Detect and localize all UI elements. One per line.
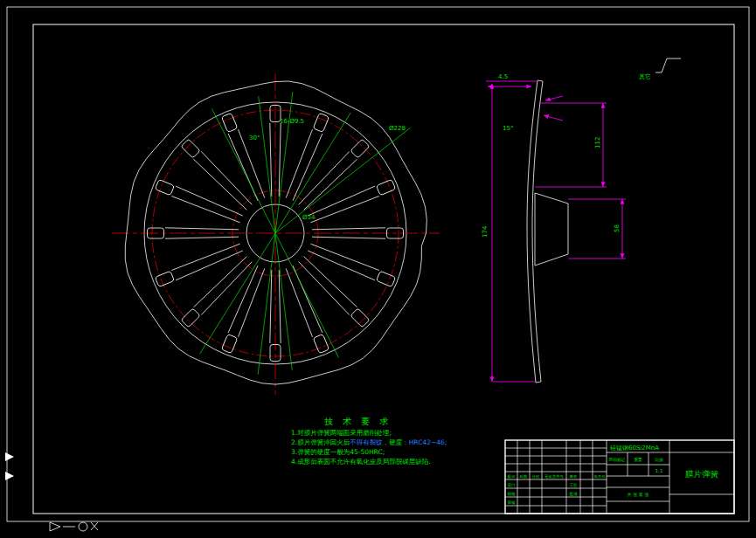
spoke-edge	[299, 262, 350, 315]
rev-header: 签名	[570, 474, 578, 479]
leader-arrow	[545, 96, 563, 100]
dimension-text: 112	[594, 137, 601, 148]
spoke-edge	[165, 228, 239, 230]
finger-window	[221, 335, 237, 354]
spoke-edge	[171, 244, 239, 270]
spoke-edge	[310, 244, 378, 270]
side-dimension-labels: 4.517415°11258	[482, 73, 621, 238]
rev-header: 标记	[508, 474, 516, 479]
spoke-edge	[312, 228, 385, 230]
spoke-edge	[194, 159, 247, 210]
sign-row-label: 校核	[507, 492, 516, 496]
scale-label: 比例	[655, 458, 663, 463]
weight-label: 重量	[634, 457, 642, 462]
finger-window	[350, 139, 370, 158]
tech-text: 4.成形后表面不允许有氧化皮及局部脱碳层缺陷.	[291, 458, 431, 466]
spoke-edge	[308, 186, 375, 216]
rev-header: 处数	[520, 474, 528, 479]
spoke-edge	[279, 270, 281, 343]
tech-requirements: 技 术 要 求 1.对膜片弹簧两端面采用磨削处理; 2.膜片弹簧淬回火后不得有裂…	[291, 417, 492, 466]
roughness-check-icon	[655, 59, 681, 72]
spoke-edge	[293, 134, 323, 201]
other-roughness-label: 其它	[639, 73, 651, 80]
finger-window	[313, 335, 329, 354]
spoke-edge	[270, 270, 272, 343]
tech-text: 3.弹簧的硬度一般为45-50HRC;	[291, 448, 385, 456]
dimension-text: Ø34	[302, 214, 316, 221]
spoke-edge	[165, 237, 239, 238]
spoke-edge	[176, 186, 243, 216]
dimension-text: 4.5	[498, 73, 508, 80]
rev-header: 年月日	[593, 474, 605, 479]
edge-arrow-icon	[5, 452, 14, 461]
finger-window	[155, 179, 174, 195]
front-dimension-labels: 16-Ø9.530°Ø34Ø228	[249, 118, 406, 221]
spoke-edge	[176, 251, 243, 280]
tech-title: 技 术 要 求	[324, 417, 492, 426]
tech-line: 4.成形后表面不允许有氧化皮及局部脱碳层缺陷.	[291, 457, 492, 466]
finger-window	[377, 271, 396, 286]
spoke-edge	[270, 123, 272, 197]
dimension-text: 174	[482, 225, 489, 238]
section-bottom-cap	[536, 382, 541, 383]
triangle-mark-icon	[50, 522, 60, 531]
edge-arrow-icon	[5, 472, 14, 480]
sign-row-label: 审核	[507, 500, 516, 505]
finger-window	[350, 308, 370, 328]
title-block: 硅锰钢60Si2MnA 膜片弹簧 阶段标记 重量 比例 1:1 共 张 第 张 …	[505, 440, 734, 514]
spoke-edge	[279, 123, 281, 197]
tech-line: 1.对膜片弹簧两端面采用磨削处理;	[291, 428, 492, 438]
roughness-note: 其它	[639, 59, 681, 80]
tech-text: 1.对膜片弹簧两端面采用磨削处理;	[291, 429, 392, 437]
rev-header: 分区	[532, 474, 540, 479]
spoke-edge	[286, 129, 312, 197]
fulcrum-ring-section	[535, 193, 568, 266]
finger-window	[377, 179, 396, 195]
sign-row-label: 工艺	[569, 482, 578, 487]
front-view: 16-Ø9.530°Ø34Ø228	[112, 73, 440, 395]
front-generated-geometry	[125, 81, 427, 384]
spoke-edge	[312, 237, 385, 238]
tech-text-highlight: 不得有裂纹	[350, 438, 383, 446]
rev-header: 更改文件号	[544, 474, 565, 479]
spoke-edge	[201, 262, 252, 315]
section-inner-edge	[532, 81, 543, 382]
part-name: 膜片弹簧	[685, 469, 719, 479]
sign-row-label: 设计	[507, 482, 516, 487]
sheet-count: 共 张 第 张	[628, 492, 649, 498]
dimension-text: Ø228	[389, 125, 406, 132]
spoke-edge	[304, 257, 357, 307]
tech-text-highlight: HRC42~46;	[409, 438, 447, 446]
tech-line: 3.弹簧的硬度一般为45-50HRC;	[291, 447, 492, 457]
dimension-text: 58	[614, 224, 621, 232]
corner-marks	[5, 452, 98, 531]
stage-label: 阶段标记	[609, 457, 626, 463]
scale-value: 1:1	[655, 468, 663, 473]
spoke-edge	[308, 251, 375, 280]
spoke-edge	[194, 257, 247, 307]
cad-sheet: 16-Ø9.530°Ø34Ø228 4.517415°11258 其它	[0, 0, 756, 538]
spoke-edge	[310, 197, 378, 223]
sign-row-label: 批准	[568, 492, 578, 497]
finger-window	[313, 113, 329, 132]
dimension-text: 15°	[503, 125, 513, 132]
dimension-text: 16-Ø9.5	[280, 118, 304, 125]
finger-window	[155, 271, 174, 286]
material-spec: 硅锰钢60Si2MnA	[609, 445, 659, 452]
finger-window	[221, 113, 237, 132]
finger-window	[181, 139, 200, 158]
leader-arrow	[544, 115, 563, 121]
tech-line: 2.膜片弹簧淬回火后不得有裂纹，硬度：HRC42~46;	[291, 438, 492, 447]
spoke-edge	[286, 268, 312, 336]
spoke-edge	[299, 152, 350, 205]
spoke-edge	[171, 197, 239, 223]
spoke-edge	[228, 266, 258, 333]
spoke-edge	[239, 268, 265, 336]
tech-text: ，硬度：	[383, 438, 409, 446]
finger-window	[181, 308, 200, 328]
spoke-edge	[201, 152, 252, 205]
spoke-edge	[304, 159, 357, 210]
dimension-text: 30°	[249, 134, 260, 141]
side-view: 4.517415°11258	[482, 73, 626, 383]
tech-text: 2.膜片弹簧淬回火后	[291, 438, 350, 446]
